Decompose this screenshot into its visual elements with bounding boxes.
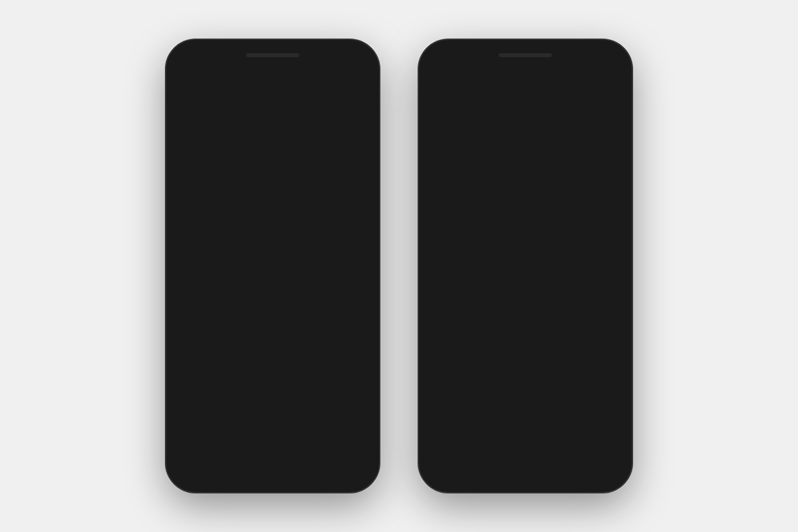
trending-text-4: #Pepsi A discussion about Pepsi emerges … — [428, 308, 579, 337]
right-signal-icon — [584, 48, 594, 55]
trending-tag-0: #LAT Entertain — [428, 118, 579, 127]
verified-badge-2: ✓ — [269, 331, 278, 340]
verified-badge: ✓ — [250, 95, 259, 104]
post-actions: 💬 1.4K 👍 500 🔁 2.9K → — [176, 307, 370, 316]
image-trees — [176, 249, 370, 303]
logo-dot: T — [279, 64, 289, 80]
right-fab-button[interactable]: ✏ — [589, 450, 618, 479]
gettr-logo: GETTR — [166, 59, 379, 88]
signal-icon — [331, 48, 341, 55]
trending-item-3[interactable]: #California donor disclosure WASHINGTON,… — [419, 249, 632, 301]
trending-tag-3: #California donor disclosure — [428, 255, 579, 265]
left-phone: 20:20 ▲ GETTR Hattie East — [166, 40, 379, 492]
share-icon: 🔁 — [239, 307, 248, 315]
post-time-2: 4h — [306, 331, 313, 338]
trending-text-5: #Middle Eastern SEC pledges to punish 'a… — [428, 355, 622, 375]
comment-action[interactable]: 💬 1.4K — [176, 307, 201, 315]
post-item-2: Haydn Gardiner ✓ @hay... 4h ··· Oregon G… — [166, 323, 379, 404]
trending-tag-4: #Pepsi — [428, 308, 579, 317]
tab-trending[interactable]: Trending — [419, 86, 525, 108]
share-count: 2.9K — [250, 307, 264, 315]
post-dots-2: ··· — [316, 330, 324, 340]
post-meta: Hattie East ✓ @hattieeast01 4h ··· — [206, 94, 370, 105]
trending-thumb-2 — [586, 208, 622, 241]
forward-icon[interactable]: → — [362, 307, 370, 316]
search-bar[interactable]: 🔍 Search GETTR — [428, 63, 622, 80]
right-phone: 20:20 ▲ 🔍 Search GETTR Trending People — [419, 40, 632, 492]
right-battery-icon — [606, 48, 618, 55]
post-text-2: Oregon Gov. Kate Brown (D) on Wednesday … — [176, 359, 370, 392]
trending-item-4[interactable]: #Pepsi A discussion about Pepsi emerges … — [419, 301, 632, 348]
avatar-2 — [176, 330, 201, 355]
right-status-icons: ▲ — [584, 47, 618, 55]
like-icon: 👍 — [209, 307, 218, 315]
trending-text-3: #California donor disclosure WASHINGTON,… — [428, 255, 579, 294]
search-tabs: Trending People — [419, 86, 632, 108]
share-action[interactable]: 🔁 2.9K — [239, 307, 264, 315]
right-status-time: 20:20 — [432, 47, 453, 56]
quoted-author: Zacharia — [198, 170, 228, 178]
avatar — [176, 94, 201, 120]
trending-tag-2: #DoubleTheMadness — [428, 208, 579, 217]
trending-item-1[interactable]: #CA News What you may not know about Reg… — [419, 158, 632, 201]
trending-thumb-4 — [586, 308, 622, 341]
left-status-icons: ▲ — [331, 47, 366, 55]
post-author-2: Haydn Gardiner ✓ @hay... 4h ··· — [206, 330, 370, 340]
quoted-post: Zacharia ✓ @zacharia... 4h It's been a l… — [176, 161, 370, 219]
search-placeholder: Search GETTR — [450, 66, 505, 76]
left-status-bar: 20:20 ▲ — [166, 40, 379, 59]
tree-path — [263, 286, 273, 303]
fab-button[interactable]: ✏ — [336, 450, 366, 479]
trending-desc-4: A discussion about Pepsi emerges after s… — [428, 319, 579, 337]
quoted-verified: ✓ — [231, 170, 239, 178]
trending-item-2[interactable]: #DoubleTheMadness Buy One, Get One on Ub… — [419, 201, 632, 249]
post-time: 4h — [308, 96, 315, 104]
post-text: The Delta variant, first seen in India, … — [176, 124, 370, 157]
trending-tag-5: #Middle Eastern — [428, 355, 622, 364]
post-header: Hattie East ✓ @hattieeast01 4h ··· — [176, 94, 370, 120]
battery-icon — [354, 48, 366, 55]
post-dots: ··· — [318, 94, 326, 105]
post-meta-2: Haydn Gardiner ✓ @hay... 4h ··· — [206, 330, 370, 340]
trending-desc-5: SEC pledges to punish 'abusive activity'… — [428, 366, 622, 375]
like-count: 500 — [220, 307, 231, 315]
post-handle: @hattieeast01 — [262, 96, 305, 104]
trending-thumb-3 — [586, 255, 622, 289]
quoted-text: It's been a little more than a month whe… — [182, 183, 364, 213]
comment-icon: 💬 — [176, 307, 185, 315]
post-header-2: Haydn Gardiner ✓ @hay... 4h ··· — [176, 330, 370, 355]
post-handle-2: @hay... — [281, 331, 303, 338]
trending-desc-0: What you may not know about Regé-Jean Pa… — [428, 128, 579, 147]
right-phone-screen: 20:20 ▲ 🔍 Search GETTR Trending People — [419, 40, 632, 492]
feed-content: Hattie East ✓ @hattieeast01 4h ··· The D… — [166, 88, 379, 492]
trending-list: #LAT Entertain What you may not know abo… — [419, 111, 632, 382]
search-icon: 🔍 — [436, 66, 446, 76]
quoted-avatar — [182, 167, 195, 180]
trending-item-5[interactable]: #Middle Eastern SEC pledges to punish 'a… — [419, 348, 632, 382]
post-image — [176, 223, 370, 303]
tree-green — [214, 256, 254, 303]
trending-thumb-0 — [586, 118, 622, 151]
tab-people[interactable]: People — [525, 86, 632, 108]
quoted-time: 4h — [284, 170, 291, 177]
right-wifi-icon: ▲ — [597, 47, 604, 55]
trending-tag-1: #CA News — [428, 165, 622, 174]
post-item: Hattie East ✓ @hattieeast01 4h ··· The D… — [166, 88, 379, 323]
quoted-handle: @zacharia... — [243, 170, 280, 177]
quoted-header: Zacharia ✓ @zacharia... 4h — [182, 167, 364, 180]
trending-text-1: #CA News What you may not know about Reg… — [428, 165, 622, 194]
trending-desc-2: Buy One, Get One on Uber Eats For it. — [428, 219, 579, 228]
like-action[interactable]: 👍 500 — [209, 307, 231, 315]
left-phone-screen: 20:20 ▲ GETTR Hattie East — [166, 40, 379, 492]
trending-desc-1: What you may not know about Regé-Jean Pa… — [428, 176, 622, 194]
wifi-icon: ▲ — [344, 47, 351, 55]
fab-icon: ✏ — [347, 458, 356, 471]
right-status-bar: 20:20 ▲ — [419, 40, 632, 59]
trending-item-0[interactable]: #LAT Entertain What you may not know abo… — [419, 111, 632, 158]
trending-desc-3: WASHINGTON, July 1 (Reuters) - The U.S. … — [428, 266, 579, 294]
trending-text-0: #LAT Entertain What you may not know abo… — [428, 118, 579, 147]
post-author: Hattie East ✓ @hattieeast01 4h ··· — [206, 94, 370, 105]
comment-count: 1.4K — [187, 307, 201, 315]
tree-red — [304, 259, 340, 303]
trending-text-2: #DoubleTheMadness Buy One, Get One on Ub… — [428, 208, 579, 228]
